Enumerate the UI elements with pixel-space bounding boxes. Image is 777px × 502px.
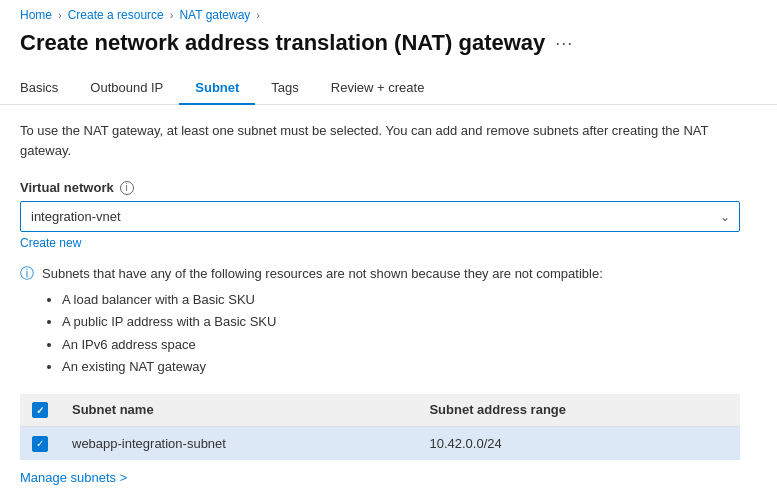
tab-subnet[interactable]: Subnet: [179, 72, 255, 105]
notice-list-item-4: An existing NAT gateway: [62, 357, 603, 377]
breadcrumb-home[interactable]: Home: [20, 8, 52, 22]
table-row: ✓ webapp-integration-subnet 10.42.0.0/24: [20, 427, 740, 460]
subnet-range-cell: 10.42.0.0/24: [417, 427, 740, 460]
breadcrumb-create-resource[interactable]: Create a resource: [68, 8, 164, 22]
breadcrumb-nat-gateway[interactable]: NAT gateway: [179, 8, 250, 22]
create-new-link[interactable]: Create new: [20, 236, 81, 250]
notice-list-item-2: A public IP address with a Basic SKU: [62, 312, 603, 332]
subnet-info-text: To use the NAT gateway, at least one sub…: [20, 121, 757, 160]
manage-subnets-link[interactable]: Manage subnets >: [20, 470, 127, 485]
virtual-network-dropdown[interactable]: integration-vnet: [20, 201, 740, 232]
page-title: Create network address translation (NAT)…: [20, 30, 545, 56]
subnet-table: ✓ Subnet name Subnet address range ✓ web…: [20, 394, 740, 460]
breadcrumb-sep-3: ›: [256, 9, 260, 21]
table-header-subnet-range: Subnet address range: [417, 394, 740, 427]
breadcrumb-sep-1: ›: [58, 9, 62, 21]
tabs-nav: Basics Outbound IP Subnet Tags Review + …: [0, 72, 777, 105]
breadcrumb-sep-2: ›: [170, 9, 174, 21]
subnet-checkbox[interactable]: ✓: [32, 436, 48, 452]
table-header-subnet-name: Subnet name: [60, 394, 417, 427]
virtual-network-label-text: Virtual network: [20, 180, 114, 195]
table-header-checkbox: ✓: [20, 394, 60, 427]
virtual-network-info-icon[interactable]: i: [120, 181, 134, 195]
tab-review-create[interactable]: Review + create: [315, 72, 441, 105]
more-options-icon[interactable]: ···: [555, 33, 573, 54]
row-checkbox-cell: ✓: [20, 427, 60, 460]
virtual-network-dropdown-wrapper: integration-vnet ⌄: [20, 201, 740, 232]
notice-list: A load balancer with a Basic SKU A publi…: [42, 290, 603, 377]
notice-list-item-1: A load balancer with a Basic SKU: [62, 290, 603, 310]
page-title-row: Create network address translation (NAT)…: [0, 26, 777, 72]
notice-info-icon: ⓘ: [20, 265, 34, 283]
tab-outbound-ip[interactable]: Outbound IP: [74, 72, 179, 105]
notice-text-content: Subnets that have any of the following r…: [42, 264, 603, 380]
select-all-checkbox[interactable]: ✓: [32, 402, 48, 418]
table-header-row: ✓ Subnet name Subnet address range: [20, 394, 740, 427]
breadcrumb: Home › Create a resource › NAT gateway ›: [0, 0, 777, 26]
subnet-name-cell: webapp-integration-subnet: [60, 427, 417, 460]
tab-basics[interactable]: Basics: [20, 72, 74, 105]
notice-box: ⓘ Subnets that have any of the following…: [20, 264, 740, 380]
notice-list-item-3: An IPv6 address space: [62, 335, 603, 355]
tab-tags[interactable]: Tags: [255, 72, 314, 105]
virtual-network-label: Virtual network i: [20, 180, 757, 195]
main-content: To use the NAT gateway, at least one sub…: [0, 105, 777, 501]
notice-main-text: Subnets that have any of the following r…: [42, 266, 603, 281]
